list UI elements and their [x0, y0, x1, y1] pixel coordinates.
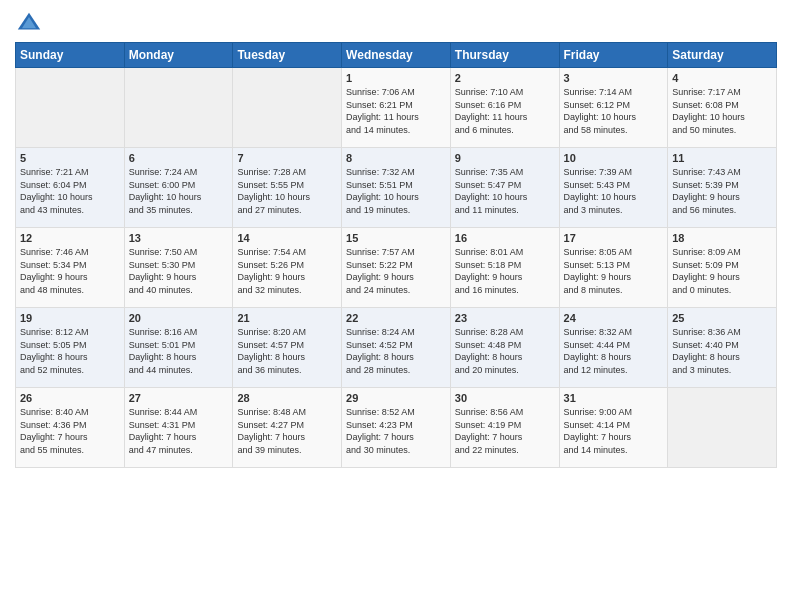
calendar-cell: 4Sunrise: 7:17 AM Sunset: 6:08 PM Daylig… — [668, 68, 777, 148]
day-number: 25 — [672, 312, 772, 324]
calendar-cell — [233, 68, 342, 148]
day-info: Sunrise: 7:35 AM Sunset: 5:47 PM Dayligh… — [455, 166, 555, 216]
day-info: Sunrise: 8:56 AM Sunset: 4:19 PM Dayligh… — [455, 406, 555, 456]
day-info: Sunrise: 7:21 AM Sunset: 6:04 PM Dayligh… — [20, 166, 120, 216]
calendar-cell: 21Sunrise: 8:20 AM Sunset: 4:57 PM Dayli… — [233, 308, 342, 388]
calendar-table: SundayMondayTuesdayWednesdayThursdayFrid… — [15, 42, 777, 468]
day-number: 6 — [129, 152, 229, 164]
calendar-cell: 19Sunrise: 8:12 AM Sunset: 5:05 PM Dayli… — [16, 308, 125, 388]
calendar-cell: 5Sunrise: 7:21 AM Sunset: 6:04 PM Daylig… — [16, 148, 125, 228]
calendar-cell: 14Sunrise: 7:54 AM Sunset: 5:26 PM Dayli… — [233, 228, 342, 308]
day-info: Sunrise: 8:01 AM Sunset: 5:18 PM Dayligh… — [455, 246, 555, 296]
day-number: 12 — [20, 232, 120, 244]
calendar-cell: 20Sunrise: 8:16 AM Sunset: 5:01 PM Dayli… — [124, 308, 233, 388]
calendar-week-3: 12Sunrise: 7:46 AM Sunset: 5:34 PM Dayli… — [16, 228, 777, 308]
day-number: 29 — [346, 392, 446, 404]
day-info: Sunrise: 8:28 AM Sunset: 4:48 PM Dayligh… — [455, 326, 555, 376]
calendar-cell: 31Sunrise: 9:00 AM Sunset: 4:14 PM Dayli… — [559, 388, 668, 468]
day-number: 9 — [455, 152, 555, 164]
day-number: 17 — [564, 232, 664, 244]
calendar-cell: 8Sunrise: 7:32 AM Sunset: 5:51 PM Daylig… — [342, 148, 451, 228]
calendar-cell: 6Sunrise: 7:24 AM Sunset: 6:00 PM Daylig… — [124, 148, 233, 228]
day-info: Sunrise: 8:32 AM Sunset: 4:44 PM Dayligh… — [564, 326, 664, 376]
calendar-cell: 30Sunrise: 8:56 AM Sunset: 4:19 PM Dayli… — [450, 388, 559, 468]
day-number: 18 — [672, 232, 772, 244]
calendar-cell: 17Sunrise: 8:05 AM Sunset: 5:13 PM Dayli… — [559, 228, 668, 308]
day-number: 30 — [455, 392, 555, 404]
day-info: Sunrise: 9:00 AM Sunset: 4:14 PM Dayligh… — [564, 406, 664, 456]
day-info: Sunrise: 7:50 AM Sunset: 5:30 PM Dayligh… — [129, 246, 229, 296]
day-info: Sunrise: 7:24 AM Sunset: 6:00 PM Dayligh… — [129, 166, 229, 216]
calendar-cell: 7Sunrise: 7:28 AM Sunset: 5:55 PM Daylig… — [233, 148, 342, 228]
day-info: Sunrise: 7:06 AM Sunset: 6:21 PM Dayligh… — [346, 86, 446, 136]
day-header-thursday: Thursday — [450, 43, 559, 68]
day-header-saturday: Saturday — [668, 43, 777, 68]
day-number: 22 — [346, 312, 446, 324]
calendar-cell: 23Sunrise: 8:28 AM Sunset: 4:48 PM Dayli… — [450, 308, 559, 388]
day-info: Sunrise: 7:28 AM Sunset: 5:55 PM Dayligh… — [237, 166, 337, 216]
day-number: 26 — [20, 392, 120, 404]
day-number: 7 — [237, 152, 337, 164]
day-info: Sunrise: 8:44 AM Sunset: 4:31 PM Dayligh… — [129, 406, 229, 456]
calendar-cell: 1Sunrise: 7:06 AM Sunset: 6:21 PM Daylig… — [342, 68, 451, 148]
calendar-cell: 25Sunrise: 8:36 AM Sunset: 4:40 PM Dayli… — [668, 308, 777, 388]
day-header-monday: Monday — [124, 43, 233, 68]
calendar-cell: 9Sunrise: 7:35 AM Sunset: 5:47 PM Daylig… — [450, 148, 559, 228]
day-info: Sunrise: 8:40 AM Sunset: 4:36 PM Dayligh… — [20, 406, 120, 456]
calendar-cell: 24Sunrise: 8:32 AM Sunset: 4:44 PM Dayli… — [559, 308, 668, 388]
day-number: 20 — [129, 312, 229, 324]
day-header-sunday: Sunday — [16, 43, 125, 68]
calendar-cell: 27Sunrise: 8:44 AM Sunset: 4:31 PM Dayli… — [124, 388, 233, 468]
day-info: Sunrise: 7:14 AM Sunset: 6:12 PM Dayligh… — [564, 86, 664, 136]
calendar-cell: 18Sunrise: 8:09 AM Sunset: 5:09 PM Dayli… — [668, 228, 777, 308]
day-info: Sunrise: 7:10 AM Sunset: 6:16 PM Dayligh… — [455, 86, 555, 136]
day-number: 24 — [564, 312, 664, 324]
calendar-week-2: 5Sunrise: 7:21 AM Sunset: 6:04 PM Daylig… — [16, 148, 777, 228]
day-number: 13 — [129, 232, 229, 244]
day-info: Sunrise: 8:52 AM Sunset: 4:23 PM Dayligh… — [346, 406, 446, 456]
day-number: 31 — [564, 392, 664, 404]
day-info: Sunrise: 7:54 AM Sunset: 5:26 PM Dayligh… — [237, 246, 337, 296]
day-number: 28 — [237, 392, 337, 404]
day-info: Sunrise: 8:48 AM Sunset: 4:27 PM Dayligh… — [237, 406, 337, 456]
day-info: Sunrise: 8:36 AM Sunset: 4:40 PM Dayligh… — [672, 326, 772, 376]
day-header-wednesday: Wednesday — [342, 43, 451, 68]
day-header-tuesday: Tuesday — [233, 43, 342, 68]
day-number: 8 — [346, 152, 446, 164]
day-number: 5 — [20, 152, 120, 164]
day-info: Sunrise: 8:09 AM Sunset: 5:09 PM Dayligh… — [672, 246, 772, 296]
calendar-cell: 2Sunrise: 7:10 AM Sunset: 6:16 PM Daylig… — [450, 68, 559, 148]
calendar-cell: 13Sunrise: 7:50 AM Sunset: 5:30 PM Dayli… — [124, 228, 233, 308]
day-info: Sunrise: 7:32 AM Sunset: 5:51 PM Dayligh… — [346, 166, 446, 216]
calendar-cell: 28Sunrise: 8:48 AM Sunset: 4:27 PM Dayli… — [233, 388, 342, 468]
day-number: 2 — [455, 72, 555, 84]
logo-icon — [15, 10, 43, 38]
day-info: Sunrise: 7:39 AM Sunset: 5:43 PM Dayligh… — [564, 166, 664, 216]
day-info: Sunrise: 7:57 AM Sunset: 5:22 PM Dayligh… — [346, 246, 446, 296]
day-header-friday: Friday — [559, 43, 668, 68]
calendar-cell: 3Sunrise: 7:14 AM Sunset: 6:12 PM Daylig… — [559, 68, 668, 148]
calendar-cell: 10Sunrise: 7:39 AM Sunset: 5:43 PM Dayli… — [559, 148, 668, 228]
calendar-cell — [668, 388, 777, 468]
header — [15, 10, 777, 38]
day-number: 1 — [346, 72, 446, 84]
calendar-cell: 16Sunrise: 8:01 AM Sunset: 5:18 PM Dayli… — [450, 228, 559, 308]
day-info: Sunrise: 8:16 AM Sunset: 5:01 PM Dayligh… — [129, 326, 229, 376]
calendar-cell: 11Sunrise: 7:43 AM Sunset: 5:39 PM Dayli… — [668, 148, 777, 228]
day-number: 15 — [346, 232, 446, 244]
page-container: SundayMondayTuesdayWednesdayThursdayFrid… — [0, 0, 792, 478]
calendar-cell: 26Sunrise: 8:40 AM Sunset: 4:36 PM Dayli… — [16, 388, 125, 468]
day-number: 16 — [455, 232, 555, 244]
day-info: Sunrise: 7:17 AM Sunset: 6:08 PM Dayligh… — [672, 86, 772, 136]
day-number: 11 — [672, 152, 772, 164]
day-info: Sunrise: 8:20 AM Sunset: 4:57 PM Dayligh… — [237, 326, 337, 376]
day-info: Sunrise: 7:43 AM Sunset: 5:39 PM Dayligh… — [672, 166, 772, 216]
day-number: 21 — [237, 312, 337, 324]
day-number: 27 — [129, 392, 229, 404]
calendar-week-4: 19Sunrise: 8:12 AM Sunset: 5:05 PM Dayli… — [16, 308, 777, 388]
calendar-cell: 15Sunrise: 7:57 AM Sunset: 5:22 PM Dayli… — [342, 228, 451, 308]
day-number: 23 — [455, 312, 555, 324]
calendar-cell: 22Sunrise: 8:24 AM Sunset: 4:52 PM Dayli… — [342, 308, 451, 388]
calendar-cell: 29Sunrise: 8:52 AM Sunset: 4:23 PM Dayli… — [342, 388, 451, 468]
day-number: 19 — [20, 312, 120, 324]
